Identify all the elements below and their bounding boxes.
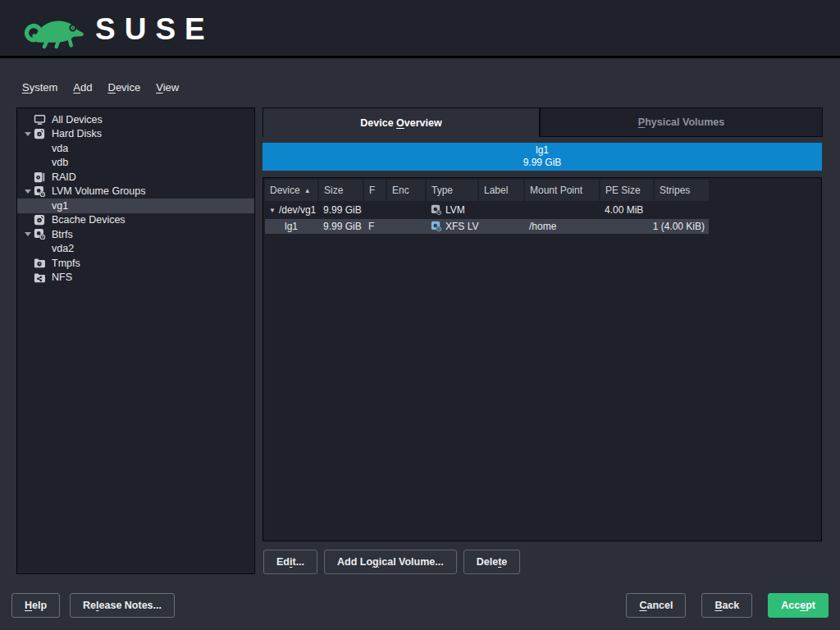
device-tree-sidebar: All Devices Hard Disks vda vdb RAID LVM … (16, 107, 255, 574)
tree-item-vda[interactable]: vda (17, 141, 254, 156)
tree-item-vg1[interactable]: vg1 (17, 199, 254, 213)
row-expander-down-icon[interactable]: ▼ (269, 207, 276, 214)
column-header-f[interactable]: F (364, 180, 386, 201)
column-header-stripes[interactable]: Stripes (655, 180, 709, 201)
column-header-size[interactable]: Size (319, 180, 363, 201)
menu-view[interactable]: View (156, 81, 179, 94)
footer-left-buttons: Help Release Notes... (11, 593, 175, 618)
monitor-icon (34, 114, 52, 126)
accept-button[interactable]: Accept (768, 593, 829, 618)
tree-item-btrfs[interactable]: Btrfs (17, 227, 254, 242)
add-logical-volume-button[interactable]: Add Logical Volume... (324, 550, 457, 574)
lvm-disk-icon (34, 228, 52, 240)
back-button[interactable]: Back (701, 593, 752, 618)
disk-icon (34, 214, 52, 226)
cancel-button[interactable]: Cancel (626, 593, 686, 618)
footer-right-buttons: Cancel Back Accept (626, 593, 829, 618)
tree-item-bcache-devices[interactable]: Bcache Devices (17, 213, 254, 228)
tree-item-raid[interactable]: RAID (17, 170, 254, 185)
menu-add[interactable]: Add (73, 81, 92, 94)
banner-device-name: lg1 (536, 144, 549, 157)
tree-item-nfs[interactable]: NFS (17, 271, 254, 285)
table-action-buttons: Edit... Add Logical Volume... Delete (263, 550, 520, 574)
tab-bar: Device Overview Physical Volumes (262, 107, 823, 137)
column-header-device[interactable]: Device ▲ (265, 180, 317, 201)
tree-item-tmpfs[interactable]: Tmpfs (17, 256, 254, 271)
delete-button[interactable]: Delete (463, 550, 521, 574)
release-notes-button[interactable]: Release Notes... (70, 593, 175, 618)
lvm-disk-icon (431, 204, 442, 216)
disk-icon (34, 128, 52, 139)
expander-down-icon[interactable] (25, 189, 31, 194)
device-summary-banner: lg1 9.99 GiB (262, 143, 822, 171)
lvm-disk-icon (34, 185, 52, 198)
expander-down-icon[interactable] (25, 132, 31, 136)
suse-wordmark: SUSE (95, 12, 214, 44)
device-table: Device ▲ Size F Enc Type Label Mount Poi… (262, 177, 822, 541)
help-button[interactable]: Help (11, 593, 60, 618)
sort-ascending-icon: ▲ (304, 187, 311, 194)
edit-button[interactable]: Edit... (263, 550, 317, 574)
nfs-icon (34, 272, 52, 283)
tab-device-overview[interactable]: Device Overview (262, 107, 540, 137)
tree-item-lvm-volume-groups[interactable]: LVM Volume Groups (17, 185, 254, 199)
tab-physical-volumes[interactable]: Physical Volumes (540, 107, 823, 137)
suse-chameleon-logo (20, 7, 87, 49)
tree-item-vda2[interactable]: vda2 (17, 242, 254, 257)
tree-item-all-devices[interactable]: All Devices (17, 112, 254, 127)
column-header-label[interactable]: Label (479, 180, 523, 201)
menubar: System Add Device View (22, 81, 179, 94)
suse-logo: SUSE (20, 7, 214, 49)
banner-device-size: 9.99 GiB (523, 157, 562, 169)
tree-item-vdb[interactable]: vdb (17, 156, 254, 171)
menu-system[interactable]: System (22, 81, 57, 94)
column-header-pe-size[interactable]: PE Size (600, 180, 653, 201)
lvm-disk-icon-blue (431, 221, 442, 232)
tmpfs-icon (34, 258, 52, 268)
column-header-enc[interactable]: Enc (387, 180, 425, 201)
raid-icon (34, 171, 52, 183)
expander-down-icon[interactable] (25, 232, 31, 236)
table-row-dev-vg1[interactable]: ▼ /dev/vg1 9.99 GiB LVM 4.00 MiB (265, 203, 709, 217)
top-logo-bar: SUSE (0, 0, 840, 58)
column-header-type[interactable]: Type (427, 180, 477, 201)
column-header-mount-point[interactable]: Mount Point (525, 180, 599, 201)
table-header-row: Device ▲ Size F Enc Type Label Mount Poi… (265, 180, 709, 201)
table-row-lg1[interactable]: lg1 9.99 GiB F XFS LV /home 1 (4.00 KiB) (265, 219, 709, 234)
menu-device[interactable]: Device (107, 81, 140, 94)
tree-item-hard-disks[interactable]: Hard Disks (17, 127, 254, 142)
